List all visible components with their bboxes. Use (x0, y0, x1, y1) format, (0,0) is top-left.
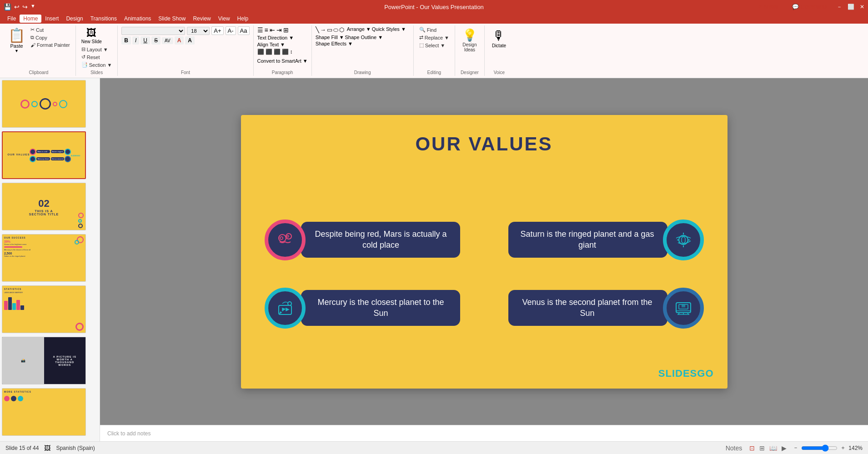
copy-button[interactable]: ⧉ Copy (29, 34, 72, 41)
justify-button[interactable]: ⬛ (282, 49, 289, 55)
replace-button[interactable]: ⇄ Replace ▼ (417, 34, 451, 41)
slide-preview-14 (2, 80, 86, 128)
numbered-list-button[interactable]: ≡ (265, 26, 268, 34)
font-color-button[interactable]: A (175, 36, 184, 45)
slide-thumb-18[interactable]: 18 STATISTICS LANGUAGE BARRIER (2, 285, 98, 333)
shape-fill-button[interactable]: Shape Fill ▼ (316, 35, 344, 40)
select-button[interactable]: ⬚ Select ▼ (417, 42, 447, 49)
card-saturn[interactable]: Saturn is the ringed planet and a gas gi… (508, 220, 704, 260)
shape-outline-button[interactable]: Shape Outline ▼ (345, 35, 383, 40)
undo-icon[interactable]: ↩ (14, 3, 20, 10)
shape-line-icon[interactable]: ╲ (316, 26, 319, 34)
convert-smartart-button[interactable]: Convert to SmartArt ▼ (257, 58, 308, 64)
slide-thumb-17[interactable]: 17 OUR SUCCESS 39% Venus is the brightes… (2, 234, 98, 282)
slide-thumb-14[interactable]: 14 (2, 80, 98, 128)
menu-help[interactable]: Help (234, 15, 252, 23)
new-slide-button[interactable]: 🖼 New Slide (80, 26, 104, 45)
slide-thumb-16[interactable]: 16 02 THIS IS ASECTION TITLE (2, 183, 98, 230)
slide-sorter-button[interactable]: ⊞ (758, 444, 766, 453)
dictate-button[interactable]: 🎙 Dictate (488, 26, 510, 50)
shape-oval-icon[interactable]: ⬭ (333, 26, 338, 34)
layout-icon: ⊟ (81, 46, 85, 52)
title-bar-right: ↗ Share 💬 Comments － ⬜ ✕ (753, 2, 864, 11)
notes-view-button[interactable]: Notes (725, 444, 743, 453)
card-circle-saturn (663, 220, 704, 260)
reading-view-button[interactable]: 📖 (768, 444, 778, 453)
cut-button[interactable]: ✂ Cut (29, 26, 72, 33)
quick-styles-button[interactable]: Quick Styles ▼ (372, 26, 406, 34)
design-ideas-button[interactable]: 💡 DesignIdeas (459, 26, 481, 54)
find-button[interactable]: 🔍 Find (417, 26, 438, 33)
underline-button[interactable]: U (140, 36, 150, 45)
align-right-button[interactable]: ⬛ (274, 49, 281, 55)
app-title: PowerPoint - Our Values Presentation (384, 4, 484, 10)
card-venus[interactable]: Venus is the second planet from the Sun (508, 288, 704, 329)
card-mars[interactable]: Despite being red, Mars is actually a co… (265, 220, 460, 260)
format-painter-button[interactable]: 🖌 Format Painter (29, 42, 72, 48)
menu-design[interactable]: Design (62, 15, 86, 23)
find-icon: 🔍 (419, 27, 426, 33)
menu-file[interactable]: File (4, 15, 20, 23)
slideshow-button[interactable]: ▶ (781, 444, 788, 453)
italic-button[interactable]: I (132, 36, 139, 45)
kerning-button[interactable]: AV (162, 37, 173, 44)
card-mercury[interactable]: Mercury is the closest planet to the Sun (265, 288, 460, 329)
line-spacing-button[interactable]: ↕ (290, 49, 293, 55)
menu-transitions[interactable]: Transitions (87, 15, 120, 23)
align-center-button[interactable]: ⬛ (266, 49, 272, 55)
share-button[interactable]: ↗ Share (753, 2, 783, 11)
menu-insert[interactable]: Insert (41, 15, 62, 23)
slide-scroll-area: OUR VALUES Despite being red, Mars (100, 78, 868, 425)
paste-button[interactable]: 📋 Paste ▼ (5, 26, 28, 54)
text-direction-button[interactable]: Text Direction ▼ (257, 35, 294, 40)
slides-group-label: Slides (80, 68, 114, 75)
shape-arrow-icon[interactable]: → (320, 26, 326, 34)
reset-button[interactable]: ↺ Reset (80, 54, 114, 60)
columns-button[interactable]: ⊞ (283, 26, 289, 34)
slide-canvas[interactable]: OUR VALUES Despite being red, Mars (241, 115, 728, 389)
bullets-button[interactable]: ☰ (257, 26, 263, 34)
format-painter-icon: 🖌 (30, 42, 35, 48)
increase-indent-button[interactable]: ⇥ (276, 26, 282, 34)
menu-review[interactable]: Review (189, 15, 214, 23)
minimize-icon[interactable]: － (837, 3, 842, 11)
clear-format-button[interactable]: Aa (238, 26, 250, 35)
slide-thumb-19[interactable]: 19 📸 A PICTURE ISWORTH ATHOUSANDWORDS (2, 337, 98, 384)
decrease-font-button[interactable]: A- (226, 26, 236, 35)
align-left-button[interactable]: ⬛ (257, 49, 264, 55)
align-text-button[interactable]: Align Text ▼ (257, 42, 285, 47)
slide-thumb-20[interactable]: 20 MORE STATISTICS (2, 388, 98, 436)
customize-icon[interactable]: ▼ (30, 3, 35, 10)
select-icon: ⬚ (419, 42, 424, 48)
reset-icon: ↺ (81, 54, 85, 60)
font-size-select[interactable]: 18 (187, 27, 210, 35)
comments-button[interactable]: 💬 Comments (788, 2, 831, 11)
slide-thumb-15[interactable]: 15 OUR VALUES Mars is cold Saturn ringed… (2, 131, 98, 179)
close-icon[interactable]: ✕ (860, 4, 864, 10)
font-family-select[interactable] (121, 27, 185, 35)
zoom-in-button[interactable]: ＋ (840, 444, 846, 452)
menu-home[interactable]: Home (20, 15, 41, 23)
menu-slideshow[interactable]: Slide Show (155, 15, 189, 23)
zoom-out-button[interactable]: － (793, 444, 798, 452)
decrease-indent-button[interactable]: ⇤ (270, 26, 275, 34)
highlight-button[interactable]: A (185, 36, 195, 45)
menu-animations[interactable]: Animations (120, 15, 155, 23)
notes-bar[interactable]: Click to add notes (100, 425, 868, 441)
bold-button[interactable]: B (121, 36, 131, 45)
shape-effects-button[interactable]: Shape Effects ▼ (316, 41, 353, 46)
restore-icon[interactable]: ⬜ (848, 4, 854, 10)
new-slide-icon: 🖼 (86, 27, 96, 39)
strikethrough-button[interactable]: S (151, 36, 161, 45)
shape-rect-icon[interactable]: ▭ (327, 26, 332, 34)
menu-view[interactable]: View (215, 15, 234, 23)
layout-button[interactable]: ⊟ Layout ▼ (80, 46, 114, 53)
shape-more-icon[interactable]: ⬡ (339, 26, 344, 34)
normal-view-button[interactable]: ⊡ (748, 444, 756, 453)
zoom-slider[interactable] (801, 444, 838, 452)
increase-font-button[interactable]: A+ (211, 26, 223, 35)
section-button[interactable]: 📑 Section ▼ (80, 61, 114, 68)
save-icon[interactable]: 💾 (4, 3, 11, 10)
redo-icon[interactable]: ↪ (22, 3, 28, 10)
arrange-button[interactable]: Arrange ▼ (347, 26, 371, 34)
